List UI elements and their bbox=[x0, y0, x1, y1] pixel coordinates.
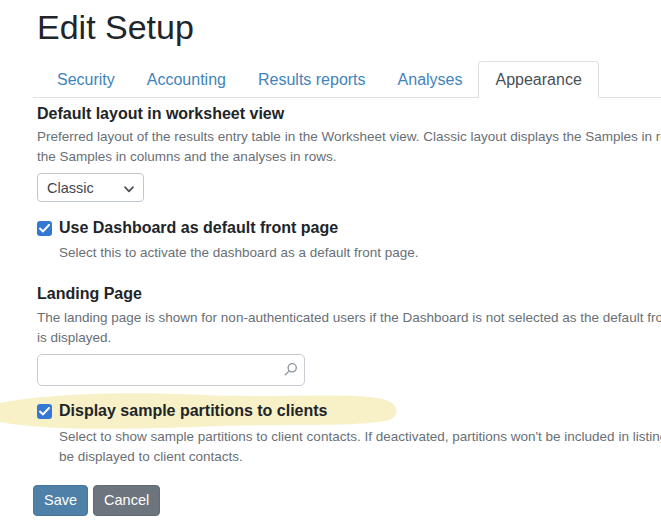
sample-partitions-checkbox[interactable] bbox=[37, 404, 52, 419]
tab-results-reports[interactable]: Results reports bbox=[242, 62, 382, 97]
tab-security[interactable]: Security bbox=[41, 62, 131, 97]
tab-appearance[interactable]: Appearance bbox=[478, 61, 598, 98]
page-title: Edit Setup bbox=[37, 8, 661, 47]
description-line: Select to show sample partitions to clie… bbox=[59, 427, 661, 447]
chevron-down-icon bbox=[124, 180, 134, 196]
dashboard-front-page-label: Use Dashboard as default front page bbox=[59, 220, 338, 236]
landing-page-description: The landing page is shown for non-authen… bbox=[37, 308, 661, 348]
checkmark-icon bbox=[39, 402, 50, 420]
selected-option-label: Classic bbox=[47, 180, 94, 196]
dashboard-front-page-checkbox[interactable] bbox=[37, 221, 52, 236]
worksheet-layout-select[interactable]: Classic bbox=[37, 173, 144, 202]
settings-tab-bar: Security Accounting Results reports Anal… bbox=[33, 61, 661, 98]
dashboard-front-page-row: Use Dashboard as default front page bbox=[37, 220, 661, 236]
form-actions: Save Cancel bbox=[33, 485, 661, 516]
worksheet-layout-section: Default layout in worksheet view Preferr… bbox=[33, 105, 661, 467]
checkmark-icon bbox=[39, 219, 50, 237]
sample-partitions-description: Select to show sample partitions to clie… bbox=[59, 427, 661, 467]
description-line: The landing page is shown for non-authen… bbox=[37, 308, 661, 328]
sample-partitions-section: Display sample partitions to clients Sel… bbox=[37, 403, 661, 467]
sample-partitions-row: Display sample partitions to clients bbox=[37, 403, 661, 419]
cancel-button[interactable]: Cancel bbox=[93, 485, 160, 516]
description-line: be displayed to client contacts. bbox=[59, 447, 661, 467]
tab-accounting[interactable]: Accounting bbox=[131, 62, 242, 97]
description-line: Preferred layout of the results entry ta… bbox=[37, 127, 661, 147]
worksheet-layout-description: Preferred layout of the results entry ta… bbox=[37, 127, 661, 167]
sample-partitions-label: Display sample partitions to clients bbox=[59, 403, 328, 419]
edit-setup-page: Edit Setup Security Accounting Results r… bbox=[33, 0, 661, 516]
landing-page-heading: Landing Page bbox=[37, 285, 661, 303]
description-line: is displayed. bbox=[37, 328, 661, 348]
landing-page-search-input[interactable] bbox=[37, 354, 305, 386]
save-button[interactable]: Save bbox=[33, 485, 88, 516]
description-line: the Samples in columns and the analyses … bbox=[37, 147, 661, 167]
dashboard-front-page-description: Select this to activate the dashboard as… bbox=[59, 243, 661, 263]
tab-analyses[interactable]: Analyses bbox=[382, 62, 479, 97]
worksheet-layout-heading: Default layout in worksheet view bbox=[37, 105, 661, 123]
landing-page-search-box bbox=[37, 354, 305, 386]
